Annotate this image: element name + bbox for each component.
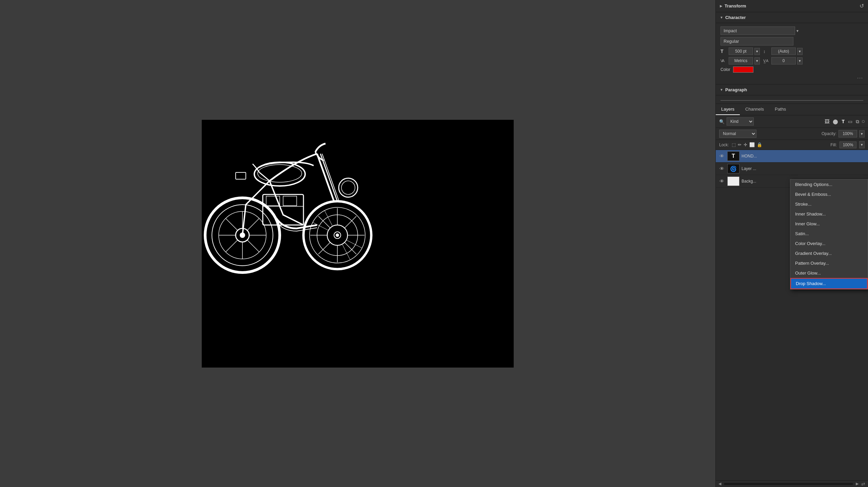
transform-chevron-icon: ▶ (720, 4, 723, 8)
font-style-row (721, 37, 863, 45)
kerning-input[interactable] (771, 57, 796, 64)
layers-smart-filter-icon[interactable]: ⧉ (855, 118, 860, 125)
color-swatch[interactable] (733, 67, 753, 73)
blend-mode-select[interactable]: Normal (719, 130, 756, 138)
svg-line-10 (247, 240, 259, 252)
panel-tabs: Layers Channels Paths (716, 104, 868, 115)
font-family-dropdown-icon[interactable]: ▾ (796, 29, 798, 33)
context-menu-item-bevel-emboss[interactable]: Bevel & Emboss... (790, 189, 868, 199)
svg-point-18 (336, 233, 339, 237)
layer-visibility-hond[interactable]: 👁 (718, 153, 725, 160)
context-menu-item-pattern-overlay[interactable]: Pattern Overlay... (790, 258, 868, 268)
layer-thumb-hond: T (727, 151, 739, 161)
fill-label: Fill: (830, 143, 837, 147)
lock-pixels-icon[interactable]: ⬚ (732, 142, 736, 147)
tracking-input[interactable] (729, 57, 753, 64)
character-title: Character (725, 15, 746, 20)
lock-fill-row: Lock: ⬚ ✏ ✛ ⬜ 🔒 Fill: ▾ (716, 140, 868, 150)
context-menu-item-inner-shadow[interactable]: Inner Shadow... (790, 209, 868, 219)
more-options-dots[interactable]: ... (721, 73, 863, 81)
layer-thumb-layer: 🌀 (727, 164, 739, 173)
scroll-track[interactable] (724, 483, 853, 485)
panel-nav-button[interactable]: ⇄ (861, 481, 865, 487)
font-style-input[interactable] (721, 37, 793, 45)
lock-icons-group: ⬚ ✏ ✛ ⬜ 🔒 (732, 142, 762, 147)
layer-visibility-background[interactable]: 👁 (718, 178, 725, 185)
lock-paint-icon[interactable]: ✏ (738, 142, 742, 147)
lock-label: Lock: (719, 143, 729, 147)
context-menu-item-color-overlay[interactable]: Color Overlay... (790, 239, 868, 248)
right-panel: ▶ Transform ↺ ▼ Character ▾ T ▾ ↕ (715, 0, 868, 487)
context-menu-item-blending-options[interactable]: Blending Options... (790, 180, 868, 189)
font-family-input[interactable] (721, 26, 795, 35)
motorcycle-illustration (202, 120, 385, 283)
tab-paths[interactable]: Paths (769, 104, 791, 115)
layers-type-filter-icon[interactable]: T (841, 118, 845, 125)
svg-line-9 (226, 219, 238, 230)
kerning-dropdown[interactable]: ▾ (797, 57, 803, 64)
lock-artboard-icon[interactable]: ⬜ (749, 142, 755, 147)
layers-search-icon[interactable]: 🔍 (719, 119, 725, 124)
svg-rect-42 (236, 172, 246, 179)
paragraph-title: Paragraph (725, 87, 747, 92)
leading-dropdown[interactable]: ▾ (797, 48, 803, 55)
layers-filter-icons: 🖼 ⬤ T ▭ ⧉ (824, 118, 865, 125)
character-chevron-icon: ▼ (720, 16, 723, 19)
layers-adjustment-filter-icon[interactable]: ⬤ (832, 118, 839, 125)
layers-filter-toggle[interactable] (862, 120, 865, 123)
paragraph-chevron-icon: ▼ (720, 88, 723, 92)
opacity-input[interactable] (839, 130, 857, 137)
context-menu-item-satin[interactable]: Satin... (790, 229, 868, 239)
leading-input[interactable] (771, 48, 796, 55)
fill-input[interactable] (840, 142, 856, 148)
svg-line-31 (317, 154, 334, 201)
color-label: Color (721, 67, 730, 72)
context-menu-item-stroke[interactable]: Stroke... (790, 199, 868, 209)
tracking-kerning-row: VA ▾ V̲A ▾ (721, 57, 863, 64)
layers-shape-filter-icon[interactable]: ▭ (847, 118, 853, 125)
layers-panel: Layers Channels Paths 🔍 Kind 🖼 ⬤ T ▭ ⧉ N… (716, 104, 868, 487)
tracking-group: VA ▾ (721, 57, 760, 64)
font-size-input[interactable] (729, 48, 753, 55)
scroll-right-icon[interactable]: ▶ (856, 482, 859, 486)
canvas-area (0, 0, 715, 487)
context-menu-item-gradient-overlay[interactable]: Gradient Overlay... (790, 248, 868, 258)
transform-section-header[interactable]: ▶ Transform ↺ (716, 0, 868, 12)
layer-name-layer: Layer ... (742, 166, 865, 171)
character-section: ▾ T ▾ ↕ ▾ VA ▾ V (716, 23, 868, 85)
context-menu-item-inner-glow[interactable]: Inner Glow... (790, 219, 868, 229)
kerning-icon: V̲A (763, 59, 770, 63)
fill-dropdown[interactable]: ▾ (859, 141, 865, 148)
font-family-wrapper (721, 26, 795, 35)
font-size-group: T ▾ (721, 48, 760, 55)
tracking-dropdown[interactable]: ▾ (754, 57, 760, 64)
svg-point-41 (341, 181, 355, 194)
svg-line-26 (318, 242, 330, 254)
character-section-header[interactable]: ▼ Character (716, 12, 868, 23)
tab-layers[interactable]: Layers (716, 104, 740, 115)
layers-toolbar: 🔍 Kind 🖼 ⬤ T ▭ ⧉ (716, 115, 868, 128)
layer-visibility-layer[interactable]: 👁 (718, 165, 725, 172)
scroll-left-icon[interactable]: ◀ (718, 482, 721, 486)
undo-button[interactable]: ↺ (860, 3, 864, 9)
context-menu-item-outer-glow[interactable]: Outer Glow... (790, 268, 868, 278)
opacity-label: Opacity: (822, 131, 836, 136)
font-size-dropdown[interactable]: ▾ (754, 48, 760, 55)
blend-opacity-row: Normal Opacity: ▾ (716, 128, 868, 140)
paragraph-section (716, 95, 868, 104)
layers-kind-select[interactable]: Kind (727, 117, 754, 126)
tab-channels[interactable]: Channels (740, 104, 769, 115)
context-menu: Blending Options... Bevel & Emboss... St… (790, 179, 868, 289)
context-menu-item-drop-shadow[interactable]: Drop Shadow... (790, 278, 868, 289)
layers-image-filter-icon[interactable]: 🖼 (824, 118, 830, 125)
paragraph-alignment-bar (721, 100, 863, 101)
layer-item-layer[interactable]: 👁 🌀 Layer ... (716, 163, 868, 175)
opacity-dropdown[interactable]: ▾ (859, 130, 865, 137)
leading-group: ↕ ▾ (763, 48, 803, 55)
layers-bottom-bar: ◀ ▶ ⇄ (716, 480, 868, 487)
paragraph-section-header[interactable]: ▼ Paragraph (716, 85, 868, 95)
lock-all-icon[interactable]: 🔒 (757, 142, 762, 147)
lock-move-icon[interactable]: ✛ (744, 142, 747, 147)
svg-line-12 (226, 240, 238, 252)
layer-item-hond[interactable]: 👁 T HOND... (716, 150, 868, 163)
